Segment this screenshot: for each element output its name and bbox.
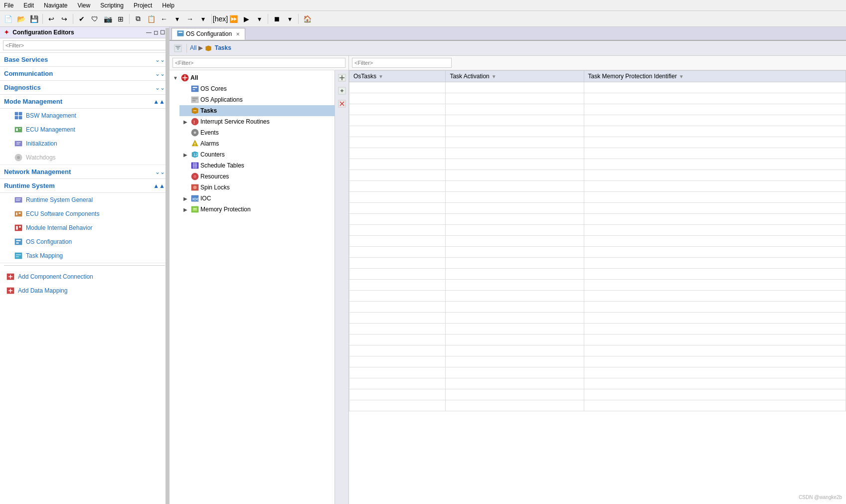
- tree-row-ioc[interactable]: ▶ IOC IOC: [179, 193, 335, 204]
- table-row[interactable]: [349, 324, 846, 335]
- table-row[interactable]: [349, 225, 846, 236]
- restore-icon[interactable]: ◻: [154, 29, 158, 36]
- isr-toggle[interactable]: ▶: [181, 119, 189, 125]
- counters-toggle[interactable]: ▶: [181, 152, 189, 158]
- add-data-mapping-link[interactable]: Add Data Mapping: [0, 284, 169, 298]
- table-row[interactable]: [349, 400, 846, 411]
- table-row[interactable]: [349, 302, 846, 313]
- table-row[interactable]: [349, 104, 846, 115]
- minimize-icon[interactable]: —: [146, 29, 152, 36]
- stop-button[interactable]: ⏹: [271, 13, 283, 25]
- hex-button[interactable]: [hex]: [214, 13, 226, 25]
- ecu-software-components-item[interactable]: ECU Software Components: [0, 207, 169, 221]
- add-tree-item-button[interactable]: [337, 72, 347, 83]
- tree-row-spin-locks[interactable]: Spin Locks: [179, 182, 335, 193]
- shield-button[interactable]: 🛡: [89, 13, 101, 25]
- bsw-management-item[interactable]: BSW Management: [0, 109, 169, 123]
- ecu-management-item[interactable]: ECU Management: [0, 123, 169, 137]
- table-row[interactable]: [349, 126, 846, 137]
- back-button[interactable]: ←: [158, 13, 170, 25]
- ostasks-filter-icon[interactable]: ▼: [378, 74, 383, 79]
- os-config-tab[interactable]: OS Configuration ✕: [171, 28, 245, 40]
- validate-button[interactable]: ✔: [76, 13, 88, 25]
- menu-edit[interactable]: Edit: [21, 1, 36, 10]
- tree-row-isr[interactable]: ▶ ! Interrupt Service Routines: [179, 116, 335, 127]
- menu-project[interactable]: Project: [132, 1, 154, 10]
- tree-row-resources[interactable]: Resources: [179, 171, 335, 182]
- table-row[interactable]: [349, 170, 846, 181]
- module-internal-behavior-item[interactable]: Module Internal Behavior: [0, 221, 169, 235]
- tree-row-tasks[interactable]: Tasks: [179, 105, 335, 116]
- tree-filter-input[interactable]: [172, 58, 345, 68]
- paste-button[interactable]: 📋: [145, 13, 157, 25]
- table-row[interactable]: [349, 159, 846, 170]
- filter-toolbar-btn[interactable]: [172, 43, 183, 54]
- table-row[interactable]: [349, 148, 846, 159]
- table-row[interactable]: [349, 247, 846, 258]
- menu-help[interactable]: Help: [160, 1, 176, 10]
- task-mapping-item[interactable]: Task Mapping: [0, 249, 169, 263]
- table-row[interactable]: [349, 137, 846, 148]
- forward-button[interactable]: →: [184, 13, 196, 25]
- left-filter-input[interactable]: [3, 40, 166, 50]
- table-row[interactable]: [349, 82, 846, 93]
- menu-file[interactable]: File: [2, 1, 15, 10]
- initialization-item[interactable]: Initialization: [0, 137, 169, 151]
- os-configuration-item[interactable]: OS Configuration: [0, 235, 169, 249]
- runtime-system-general-item[interactable]: Runtime System General: [0, 193, 169, 207]
- maximize-icon[interactable]: ☐: [160, 29, 165, 36]
- table-row[interactable]: [349, 378, 846, 389]
- table-row[interactable]: [349, 236, 846, 247]
- grid-button[interactable]: ⊞: [115, 13, 127, 25]
- tree-row-os-cores[interactable]: OS Cores: [179, 83, 335, 94]
- section-runtime-system[interactable]: Runtime System ▲▲: [0, 179, 169, 193]
- copy-button[interactable]: ⧉: [132, 13, 144, 25]
- breadcrumb-tasks[interactable]: Tasks: [205, 44, 231, 52]
- tab-close-button[interactable]: ✕: [236, 31, 240, 37]
- back-dropdown[interactable]: ▾: [171, 13, 183, 25]
- table-row[interactable]: [349, 93, 846, 104]
- new-button[interactable]: 📄: [2, 13, 14, 25]
- task-activation-filter-icon[interactable]: ▼: [492, 74, 497, 79]
- tree-row-all[interactable]: ▼ All: [169, 72, 335, 83]
- add-tree-sub-item-button[interactable]: [337, 85, 347, 96]
- table-row[interactable]: [349, 280, 846, 291]
- open-button[interactable]: 📂: [15, 13, 27, 25]
- tree-row-os-applications[interactable]: OS Applications: [179, 94, 335, 105]
- section-diagnostics[interactable]: Diagnostics ⌄⌄: [0, 81, 169, 95]
- table-row[interactable]: [349, 356, 846, 367]
- forward-dropdown[interactable]: ▾: [197, 13, 209, 25]
- undo-button[interactable]: ↩: [45, 13, 57, 25]
- resize-handle[interactable]: [166, 28, 169, 504]
- remove-tree-item-button[interactable]: [337, 98, 347, 109]
- table-row[interactable]: [349, 181, 846, 192]
- section-network-management[interactable]: Network Management ⌄⌄: [0, 165, 169, 179]
- stop-dropdown[interactable]: ▾: [284, 13, 296, 25]
- step-button[interactable]: ⏩: [227, 13, 239, 25]
- table-row[interactable]: [349, 214, 846, 225]
- tree-row-alarms[interactable]: Alarms: [179, 138, 335, 149]
- breadcrumb-all[interactable]: All: [190, 44, 196, 51]
- tree-row-events[interactable]: Events: [179, 127, 335, 138]
- table-row[interactable]: [349, 115, 846, 126]
- redo-button[interactable]: ↪: [58, 13, 70, 25]
- tree-row-counters[interactable]: ▶ 123 Counters: [179, 149, 335, 160]
- table-row[interactable]: [349, 313, 846, 324]
- section-base-services[interactable]: Base Services ⌄⌄: [0, 53, 169, 67]
- save-button[interactable]: 💾: [28, 13, 40, 25]
- run-button[interactable]: ▶: [240, 13, 252, 25]
- table-row[interactable]: [349, 291, 846, 302]
- tree-row-schedule-tables[interactable]: Schedule Tables: [179, 160, 335, 171]
- task-memory-protection-filter-icon[interactable]: ▼: [679, 74, 684, 79]
- table-row[interactable]: [349, 345, 846, 356]
- menu-scripting[interactable]: Scripting: [98, 1, 126, 10]
- data-filter-input[interactable]: [352, 58, 452, 68]
- memory-protection-toggle[interactable]: ▶: [181, 207, 189, 212]
- menu-view[interactable]: View: [75, 1, 92, 10]
- table-row[interactable]: [349, 269, 846, 280]
- tree-row-memory-protection[interactable]: ▶ Memory Protection: [179, 204, 335, 215]
- menu-navigate[interactable]: Navigate: [42, 1, 69, 10]
- table-row[interactable]: [349, 258, 846, 269]
- table-row[interactable]: [349, 389, 846, 400]
- section-mode-management[interactable]: Mode Management ▲▲: [0, 95, 169, 109]
